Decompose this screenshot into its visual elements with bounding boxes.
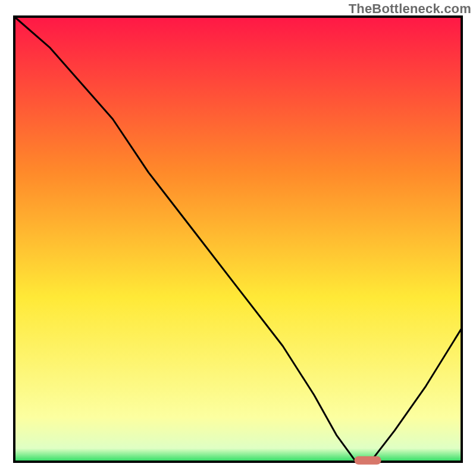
optimal-range-marker	[355, 456, 381, 465]
chart-container: TheBottleneck.com	[0, 0, 476, 476]
bottleneck-chart	[0, 0, 476, 476]
watermark-text: TheBottleneck.com	[349, 1, 471, 17]
